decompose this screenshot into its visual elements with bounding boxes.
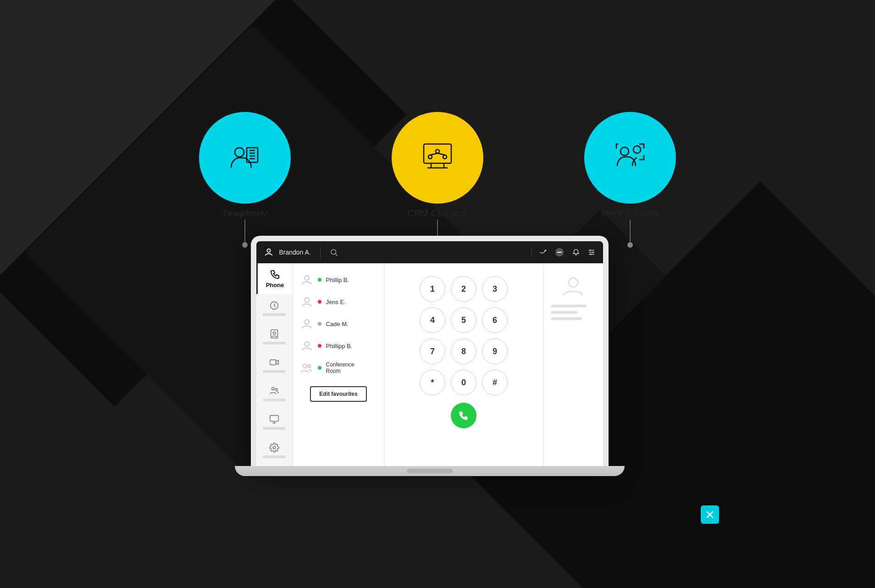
bell-icon[interactable] [572, 248, 580, 256]
svg-line-14 [438, 153, 445, 155]
sidebar-item-settings[interactable] [256, 436, 293, 465]
call-button[interactable] [451, 403, 476, 428]
svg-point-26 [592, 252, 593, 253]
sidebar-item-phone[interactable]: Phone [256, 263, 293, 294]
svg-rect-31 [270, 360, 276, 365]
topbar-right [531, 247, 596, 257]
right-panel-lines [551, 305, 596, 320]
dialpad-grid: 1 2 3 4 5 6 7 8 9 * [420, 276, 508, 395]
top-bar: Brandon A. [256, 241, 603, 263]
sidebar-item-contacts[interactable] [256, 322, 293, 351]
status-dot-gray [318, 322, 321, 326]
dial-btn-2[interactable]: 2 [451, 276, 476, 302]
dial-btn-5[interactable]: 5 [451, 307, 476, 333]
sidebar-placeholder [263, 313, 286, 316]
svg-point-12 [443, 155, 447, 159]
crm-circle-wrapper: CRM Connect [392, 112, 483, 245]
laptop: Brandon A. [251, 236, 609, 466]
telephony-label: Telephony [222, 208, 268, 219]
contact-avatar-icon [300, 273, 313, 286]
meet-circle[interactable] [584, 112, 676, 204]
sidebar-placeholder6 [263, 455, 286, 458]
contact-name-conference: ConferenceRoom [326, 361, 354, 374]
telephony-circle-wrapper: Telephony [199, 112, 291, 245]
sidebar-item-video[interactable] [256, 351, 293, 379]
rp-line3 [551, 317, 582, 320]
contacts-panel: Phillip B. Jens E. [293, 263, 385, 466]
contacts-icon [269, 329, 279, 339]
contact-phillip[interactable]: Phillip B. [293, 269, 384, 291]
equalizer-icon[interactable] [587, 248, 596, 256]
crm-icon [419, 139, 456, 176]
status-dot-conf [318, 366, 321, 370]
contact-name-jens: Jens E. [326, 299, 346, 305]
call-icon [458, 410, 470, 422]
svg-point-40 [305, 320, 309, 324]
dial-btn-star[interactable]: * [420, 370, 445, 395]
sidebar-item-monitor[interactable] [256, 408, 293, 436]
contact-conference[interactable]: ConferenceRoom [293, 357, 384, 379]
status-dot-green [318, 278, 321, 282]
right-panel-avatar-icon [562, 274, 585, 297]
svg-rect-34 [270, 416, 278, 422]
topbar-search[interactable] [330, 248, 338, 256]
dial-btn-3[interactable]: 3 [482, 276, 508, 302]
contact-phillipp[interactable]: Phillipp B. [293, 335, 384, 357]
contact-name-phillipp: Phillipp B. [326, 343, 353, 349]
topbar-divider2 [531, 248, 532, 257]
laptop-base [235, 466, 625, 476]
svg-point-25 [589, 250, 591, 251]
dial-btn-0[interactable]: 0 [451, 370, 476, 395]
edit-favourites-button[interactable]: Edit favourites [310, 386, 366, 402]
svg-point-37 [273, 446, 276, 449]
laptop-wrapper: Brandon A. [251, 236, 625, 476]
video-icon [269, 357, 279, 367]
x-icon [705, 510, 714, 519]
svg-point-32 [272, 388, 275, 390]
sidebar-placeholder3 [263, 370, 286, 373]
phone-icon [270, 269, 281, 280]
settings-icon [269, 443, 279, 453]
monitor-icon [269, 414, 279, 424]
topbar-divider [320, 247, 321, 258]
contact-name-phillip: Phillip B. [326, 277, 349, 283]
svg-point-42 [303, 364, 307, 368]
svg-point-11 [428, 155, 432, 159]
user-icon [264, 247, 274, 257]
svg-point-17 [267, 249, 270, 252]
contact-avatar-icon2 [300, 295, 313, 308]
status-dot-red2 [318, 344, 321, 348]
dial-btn-7[interactable]: 7 [420, 338, 445, 364]
feature-circles-row: Telephony [199, 112, 676, 245]
sidebar-placeholder2 [263, 342, 286, 344]
contact-cade[interactable]: Cade M. [293, 313, 384, 335]
sidebar-placeholder4 [263, 399, 286, 401]
contact-jens[interactable]: Jens E. [293, 291, 384, 313]
laptop-screen: Brandon A. [256, 241, 603, 466]
crm-circle[interactable] [392, 112, 483, 204]
app-ui: Brandon A. [256, 241, 603, 466]
sidebar-placeholder5 [263, 427, 286, 430]
svg-line-19 [335, 254, 337, 255]
conference-icon [300, 361, 313, 374]
dial-btn-6[interactable]: 6 [482, 307, 508, 333]
crm-label: CRM Connect [407, 208, 467, 219]
svg-point-10 [436, 150, 439, 153]
svg-point-27 [590, 254, 592, 255]
dial-btn-hash[interactable]: # [482, 370, 508, 395]
dial-btn-1[interactable]: 1 [420, 276, 445, 302]
telephony-circle[interactable] [199, 112, 291, 204]
telephony-icon [227, 139, 263, 176]
close-x-button[interactable] [701, 505, 719, 524]
rp-line1 [551, 305, 587, 307]
dial-btn-4[interactable]: 4 [420, 307, 445, 333]
dial-btn-8[interactable]: 8 [451, 338, 476, 364]
meet-icon [612, 139, 648, 176]
status-icon[interactable] [554, 247, 565, 257]
sidebar-phone-label: Phone [266, 282, 284, 288]
sidebar-item-history[interactable] [256, 294, 293, 322]
refresh-icon[interactable] [539, 248, 547, 256]
sidebar-item-team[interactable] [256, 379, 293, 408]
dial-btn-9[interactable]: 9 [482, 338, 508, 364]
svg-point-44 [569, 278, 578, 287]
